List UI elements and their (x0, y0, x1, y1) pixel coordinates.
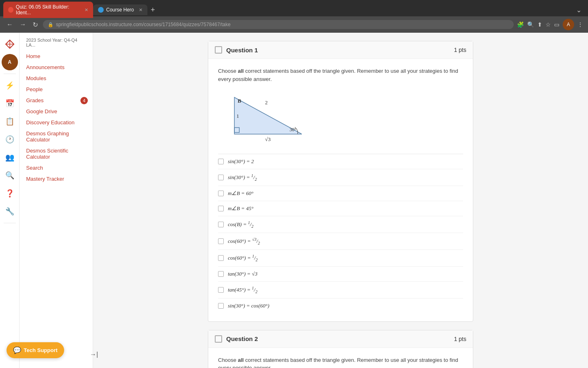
question-1-checkbox[interactable] (215, 46, 222, 54)
question-1-instruction: Choose all correct statements based off … (218, 67, 463, 83)
address-bar: ← → ↻ 🔒 springfieldpublicschools.instruc… (0, 16, 588, 33)
school-year-label: 2023 School Year: Q4-Q4 LA... (20, 36, 93, 51)
question-2-header: Question 2 1 pts (208, 330, 473, 348)
answer-checkbox-6[interactable] (218, 238, 224, 244)
answer-checkbox-8[interactable] (218, 271, 224, 277)
answer-item-3: m∠B = 60° (218, 186, 463, 201)
question-1-card: Question 1 1 pts Choose all correct stat… (208, 41, 473, 322)
question-2-instruction: Choose all correct statements based off … (218, 356, 463, 368)
share-button[interactable]: ⬆ (537, 21, 542, 28)
tab-close-course-hero[interactable]: ✕ (139, 7, 143, 13)
canvas-logo (2, 36, 18, 52)
app-layout: A ⚡ 📅 📋 🕐 👥 🔍 ❓ 🔧 2023 School Year: Q4-Q… (0, 33, 588, 368)
chat-icon: 💬 (13, 346, 21, 354)
question-1-body: Choose all correct statements based off … (208, 59, 473, 321)
tech-support-label: Tech Support (24, 347, 58, 353)
answer-checkbox-10[interactable] (218, 303, 224, 309)
collapse-nav-button[interactable]: →| (90, 351, 98, 358)
answer-item-5: cos(B) = 1/2 (218, 216, 463, 233)
browser-actions: 🧩 🔍 ⬆ ☆ ▭ A ⋮ (517, 19, 583, 30)
answer-item-9: tan(45°) = 1/2 (218, 282, 463, 298)
tab-course-hero[interactable]: Course Hero ✕ (93, 4, 147, 15)
question-2-points: 1 pts (454, 336, 466, 342)
tab-bar: Quiz: 06.05 Skill Builder: Ident... ✕ Co… (0, 0, 588, 16)
tab-course-hero-label: Course Hero (106, 7, 134, 13)
search-icon[interactable]: 🔍 (2, 167, 18, 184)
tab-icon-course (98, 7, 104, 13)
sidebar-item-desmos-scientific[interactable]: Desmos Scientific Calculator (20, 145, 93, 162)
profile-avatar[interactable]: A (563, 19, 574, 30)
help-icon[interactable]: ❓ (2, 185, 18, 202)
back-button[interactable]: ← (5, 20, 15, 29)
answer-item-8: tan(30°) = √3 (218, 267, 463, 282)
tools-icon[interactable]: 🔧 (2, 203, 18, 220)
answer-checkbox-3[interactable] (218, 191, 224, 196)
answer-checkbox-2[interactable] (218, 175, 224, 180)
calendar-icon[interactable]: 📅 (2, 95, 18, 112)
answer-checkbox-1[interactable] (218, 159, 224, 164)
question-1-header: Question 1 1 pts (208, 41, 473, 59)
groups-icon[interactable]: 👥 (2, 149, 18, 166)
answer-item-4: m∠B = 45° (218, 201, 463, 216)
answer-label-1: sin(30°) = 2 (228, 158, 254, 165)
tab-menu-button[interactable]: ⌄ (573, 6, 585, 14)
answer-label-4: m∠B = 45° (228, 205, 254, 212)
zoom-button[interactable]: 🔍 (527, 21, 534, 28)
new-tab-button[interactable]: + (147, 6, 158, 14)
user-avatar[interactable]: A (2, 54, 18, 70)
answer-item-2: sin(30°) = 1/2 (218, 169, 463, 186)
tab-quiz-label: Quiz: 06.05 Skill Builder: Ident... (16, 4, 80, 16)
answer-checkbox-4[interactable] (218, 206, 224, 211)
answer-label-9: tan(45°) = 1/2 (228, 286, 257, 294)
question-1-title: Question 1 (226, 47, 258, 54)
tab-close-quiz[interactable]: ✕ (85, 7, 88, 13)
sidebar-item-home[interactable]: Home (20, 51, 93, 62)
inbox-icon[interactable]: 📋 (2, 113, 18, 130)
answer-checkbox-7[interactable] (218, 255, 224, 261)
vertex-b-label: B (238, 98, 241, 104)
quiz-content: Question 1 1 pts Choose all correct stat… (208, 41, 473, 368)
answer-item-10: sin(30°) = cos(60°) (218, 298, 463, 313)
sidebar-item-google-drive[interactable]: Google Drive (20, 106, 93, 117)
question-1-points: 1 pts (454, 47, 466, 53)
dashboard-icon[interactable]: ⚡ (2, 77, 18, 94)
answer-checkbox-9[interactable] (218, 287, 224, 293)
side-top-label: 2 (265, 99, 268, 105)
tab-quiz[interactable]: Quiz: 06.05 Skill Builder: Ident... ✕ (3, 2, 93, 18)
sidebar-item-desmos-graphing[interactable]: Desmos Graphing Calculator (20, 128, 93, 145)
answer-item-6: cos(60°) = √3/2 (218, 233, 463, 250)
answer-label-10: sin(30°) = cos(60°) (228, 303, 270, 309)
triangle-diagram: 1 2 √3 30° B (226, 91, 463, 146)
answer-item-7: cos(60°) = 1/2 (218, 250, 463, 267)
sidebar: 2023 School Year: Q4-Q4 LA... Home Annou… (20, 33, 93, 368)
answer-label-6: cos(60°) = √3/2 (228, 237, 260, 245)
url-bar[interactable]: 🔒 springfieldpublicschools.instructure.c… (43, 20, 514, 29)
question-1-header-left: Question 1 (215, 46, 258, 54)
url-text: springfieldpublicschools.instructure.com… (56, 22, 231, 27)
side-bottom-label: √3 (265, 136, 271, 142)
answer-list: sin(30°) = 2 sin(30°) = 1/2 m∠B = 60° (218, 154, 463, 313)
answer-checkbox-5[interactable] (218, 222, 224, 227)
forward-button[interactable]: → (18, 20, 28, 29)
more-options-button[interactable]: ⋮ (577, 21, 583, 28)
answer-label-7: cos(60°) = 1/2 (228, 254, 258, 262)
tech-support-button[interactable]: 💬 Tech Support (7, 342, 64, 358)
extensions-button[interactable]: 🧩 (517, 21, 524, 28)
sidebar-toggle-button[interactable]: ▭ (554, 21, 559, 28)
side-left-label: 1 (236, 113, 239, 119)
refresh-button[interactable]: ↻ (31, 20, 40, 29)
question-2-checkbox[interactable] (215, 335, 222, 343)
sidebar-item-announcements[interactable]: Announcements (20, 62, 93, 73)
history-icon[interactable]: 🕐 (2, 131, 18, 148)
sidebar-item-discovery-education[interactable]: Discovery Education (20, 117, 93, 128)
question-2-card: Question 2 1 pts Choose all correct stat… (208, 330, 473, 368)
question-2-title: Question 2 (226, 335, 258, 342)
sidebar-item-search[interactable]: Search (20, 162, 93, 173)
sidebar-item-modules[interactable]: Modules (20, 73, 93, 84)
sidebar-item-mastery-tracker[interactable]: Mastery Tracker (20, 173, 93, 184)
sidebar-item-people[interactable]: People (20, 84, 93, 95)
answer-label-2: sin(30°) = 1/2 (228, 173, 257, 182)
sidebar-item-grades[interactable]: Grades 4 (20, 95, 93, 106)
bookmark-button[interactable]: ☆ (546, 21, 551, 28)
answer-label-8: tan(30°) = √3 (228, 271, 257, 277)
